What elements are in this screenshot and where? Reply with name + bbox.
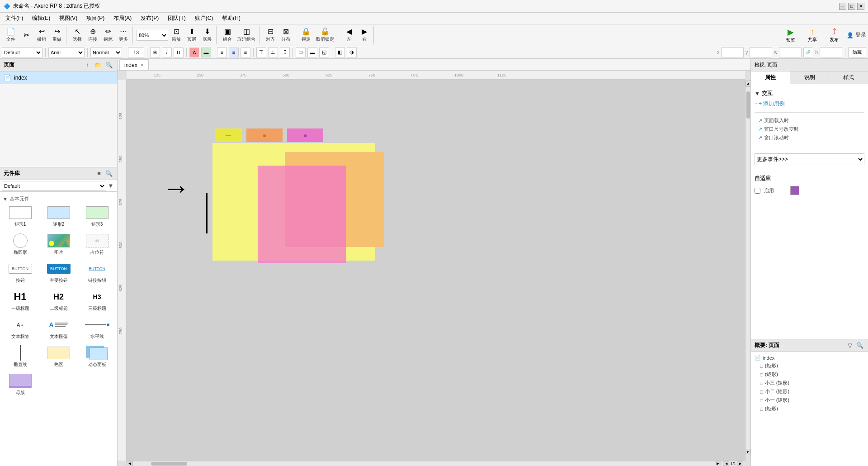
pages-add-btn[interactable]: +: [83, 61, 92, 70]
component-motherboard[interactable]: 母版: [2, 371, 38, 398]
menu-project[interactable]: 项目(P): [83, 14, 108, 23]
interaction-section-title[interactable]: ▼ 交互: [755, 88, 864, 99]
scroll-up-btn[interactable]: ▲: [745, 81, 750, 87]
minimize-button[interactable]: ─: [839, 3, 846, 10]
w-input[interactable]: [779, 48, 802, 57]
outline-search-btn[interactable]: 🔍: [855, 341, 864, 350]
component-image[interactable]: 图片: [40, 231, 77, 257]
component-h2[interactable]: H2 二级标题: [40, 287, 77, 314]
component-dynamic[interactable]: 动态面板: [79, 343, 115, 370]
toolbar-redo-btn[interactable]: ↪ 重做: [50, 27, 64, 43]
component-rect1[interactable]: 矩形1: [2, 203, 38, 229]
component-rect2[interactable]: 矩形2: [40, 203, 77, 229]
component-text-block[interactable]: A 文本段落: [40, 315, 77, 342]
toolbar-left-btn[interactable]: ◀ 左: [342, 27, 356, 43]
component-h1[interactable]: H1 一级标题: [2, 287, 38, 314]
shape-small-orange[interactable]: ≡: [246, 128, 283, 142]
toolbar-more-btn[interactable]: ⋯ 更多: [116, 27, 131, 43]
valign-top-button[interactable]: ⊤: [256, 48, 266, 57]
align-center-button[interactable]: ≡: [229, 48, 239, 57]
component-h3[interactable]: H3 三级标题: [79, 287, 115, 314]
more-events-dropdown[interactable]: 更多事件>>>: [755, 153, 864, 165]
pages-search-btn[interactable]: 🔍: [104, 61, 113, 70]
menu-view[interactable]: 视图(V): [56, 14, 81, 23]
menu-layout[interactable]: 布局(A): [110, 14, 135, 23]
toolbar-unlock-btn[interactable]: 🔓 取消锁定: [314, 27, 336, 43]
align-right-button[interactable]: ≡: [241, 48, 250, 57]
share-button[interactable]: ↑ 共享: [803, 27, 821, 43]
component-text-label[interactable]: A≡ 文本标签: [2, 315, 38, 342]
y-input[interactable]: [750, 48, 772, 57]
shadow-button[interactable]: ◧: [335, 48, 345, 57]
outline-item-rect1[interactable]: □ (矩形): [753, 361, 866, 370]
event-window-scroll[interactable]: ↗ 窗口滚动时: [755, 133, 864, 142]
outline-item-rect3[interactable]: □ (矩形): [753, 404, 866, 413]
font-size-input[interactable]: [128, 48, 144, 57]
component-hline[interactable]: 水平线: [79, 315, 115, 342]
tab-notes[interactable]: 说明: [790, 71, 830, 84]
outline-item-index[interactable]: 📄 index: [753, 354, 866, 361]
italic-button[interactable]: I: [162, 48, 172, 57]
scroll-left-btn[interactable]: ◀: [127, 461, 133, 466]
next-page-btn[interactable]: ▶: [737, 461, 743, 466]
style-select[interactable]: Default: [2, 48, 42, 57]
menu-file[interactable]: 文件(F): [2, 14, 27, 23]
component-rect3[interactable]: 矩形3: [79, 203, 115, 229]
lock-ratio-button[interactable]: 🔗: [803, 48, 813, 57]
toolbar-shrink-btn[interactable]: ⊡ 缩放: [169, 27, 184, 43]
page-item-index[interactable]: 📄 index: [0, 71, 117, 84]
shape-small-pink[interactable]: ≡: [287, 128, 323, 142]
prev-page-btn[interactable]: ◀: [723, 461, 729, 466]
menu-team[interactable]: 团队(T): [164, 14, 189, 23]
scroll-down-btn[interactable]: ▼: [745, 449, 750, 455]
outline-item-rect-small2[interactable]: □ 小二 (矩形): [753, 387, 866, 396]
align-left-button[interactable]: ≡: [217, 48, 227, 57]
preview-button[interactable]: ▶ 预览: [782, 27, 800, 43]
valign-mid-button[interactable]: ⊥: [268, 48, 278, 57]
adaptive-color-button[interactable]: [790, 186, 799, 195]
toolbar-select-btn[interactable]: ↖ 选择: [70, 27, 85, 43]
toolbar-new-btn[interactable]: 📄 文件: [4, 27, 18, 43]
event-window-resize[interactable]: ↗ 窗口尺寸改变时: [755, 125, 864, 133]
outline-filter-btn[interactable]: ▽: [845, 341, 854, 350]
toolbar-cut-btn[interactable]: ✂: [19, 27, 33, 43]
close-button[interactable]: ✕: [857, 3, 864, 10]
tab-index[interactable]: index ✕: [119, 59, 149, 70]
component-hotspot[interactable]: 热区: [40, 343, 77, 370]
menu-account[interactable]: 账户(C): [191, 14, 217, 23]
component-placeholder[interactable]: ✉ 占位符: [79, 231, 115, 257]
bg-color-button[interactable]: ▬: [201, 48, 211, 57]
library-select[interactable]: Default: [2, 181, 106, 191]
border-style-button[interactable]: ▭: [296, 48, 306, 57]
toolbar-align-btn[interactable]: ⊟ 对齐: [263, 27, 278, 43]
components-search-btn[interactable]: 🔍: [104, 169, 113, 178]
zoom-select[interactable]: 80% 100% 150%: [137, 30, 168, 41]
component-vline[interactable]: 垂直线: [2, 343, 38, 370]
toolbar-undo-btn[interactable]: ↩ 撤销: [34, 27, 49, 43]
adaptive-enable-checkbox[interactable]: [755, 188, 760, 194]
component-ellipse[interactable]: 椭圆形: [2, 231, 38, 257]
vertical-scrollbar[interactable]: ▲ ▼: [745, 80, 750, 461]
x-input[interactable]: [721, 48, 744, 57]
menu-help[interactable]: 帮助(H): [218, 14, 244, 23]
toolbar-ungroup-btn[interactable]: ◫ 取消组合: [236, 27, 257, 43]
toolbar-distribute-btn[interactable]: ⊠ 分布: [278, 27, 293, 43]
login-button[interactable]: 👤 登录: [847, 31, 866, 39]
tab-styles[interactable]: 样式: [829, 71, 868, 84]
toolbar-bottom-btn[interactable]: ⬇ 底层: [200, 27, 214, 43]
component-link-btn[interactable]: BUTTON 链接按钮: [79, 259, 115, 285]
shape-small-yellow[interactable]: —: [215, 128, 242, 142]
component-button[interactable]: BUTTON 按钮: [2, 259, 38, 285]
titlebar-controls[interactable]: ─ □ ✕: [839, 3, 864, 10]
border-width-button[interactable]: ▬: [307, 48, 317, 57]
opacity-button[interactable]: ◑: [347, 48, 357, 57]
tab-properties[interactable]: 属性: [751, 71, 790, 84]
library-add-btn[interactable]: ▼: [106, 181, 115, 190]
h-input[interactable]: [820, 48, 842, 57]
event-page-load[interactable]: ↗ 页面载入时: [755, 116, 864, 125]
toolbar-pen-btn[interactable]: ✏ 钢笔: [101, 27, 115, 43]
maximize-button[interactable]: □: [848, 3, 855, 10]
menu-publish[interactable]: 发布(P): [137, 14, 162, 23]
adaptive-section-title[interactable]: 自适应: [755, 173, 864, 184]
toolbar-top-btn[interactable]: ⬆ 顶层: [184, 27, 199, 43]
